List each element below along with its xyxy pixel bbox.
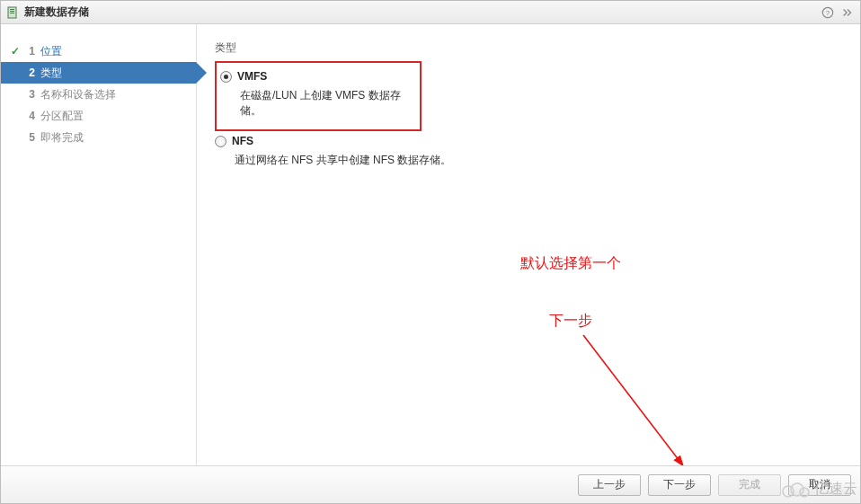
cancel-button[interactable]: 取消 <box>788 474 851 496</box>
svg-text:?: ? <box>826 8 830 16</box>
section-label: 类型 <box>215 40 842 56</box>
main-panel: 类型 VMFS 在磁盘/LUN 上创建 VMFS 数据存储。 NFS 通过网络在… <box>197 24 860 465</box>
annotation-default: 默认选择第一个 <box>520 254 621 273</box>
title-bar: 新建数据存储 ? <box>1 1 860 24</box>
step-location[interactable]: ✓ 1 位置 <box>1 40 196 62</box>
radio-vmfs-label: VMFS <box>237 70 267 83</box>
window-title: 新建数据存储 <box>24 4 89 20</box>
arrow-icon <box>574 330 700 465</box>
radio-icon <box>215 136 226 147</box>
step-sidebar: ✓ 1 位置 ✓ 2 类型 ✓ 3 名称和设备选择 ✓ 4 分区配置 ✓ 5 <box>1 24 197 465</box>
help-icon[interactable]: ? <box>821 5 835 20</box>
wizard-window: 新建数据存储 ? ✓ 1 位置 ✓ 2 类型 <box>0 0 861 504</box>
footer-bar: 上一步 下一步 完成 取消 <box>1 465 860 503</box>
next-button[interactable]: 下一步 <box>648 474 711 496</box>
back-button[interactable]: 上一步 <box>578 474 641 496</box>
radio-nfs[interactable]: NFS <box>215 135 842 147</box>
svg-rect-1 <box>10 9 14 10</box>
wizard-body: ✓ 1 位置 ✓ 2 类型 ✓ 3 名称和设备选择 ✓ 4 分区配置 ✓ 5 <box>1 24 860 465</box>
step-complete: ✓ 5 即将完成 <box>1 127 196 148</box>
document-icon <box>6 6 19 19</box>
step-name-device: ✓ 3 名称和设备选择 <box>1 84 196 105</box>
svg-rect-2 <box>10 11 14 12</box>
radio-nfs-desc: 通过网络在 NFS 共享中创建 NFS 数据存储。 <box>235 153 842 168</box>
radio-icon <box>220 71 232 83</box>
step-type[interactable]: ✓ 2 类型 <box>1 62 196 84</box>
step-partition: ✓ 4 分区配置 <box>1 105 196 127</box>
radio-nfs-label: NFS <box>232 135 253 147</box>
radio-vmfs-desc: 在磁盘/LUN 上创建 VMFS 数据存储。 <box>240 88 411 119</box>
radio-vmfs[interactable]: VMFS <box>220 70 411 83</box>
expand-icon[interactable] <box>840 5 855 20</box>
svg-line-6 <box>583 335 682 464</box>
check-icon: ✓ <box>8 45 22 57</box>
annotation-next: 下一步 <box>549 312 592 331</box>
finish-button: 完成 <box>718 474 781 496</box>
vmfs-highlight-box: VMFS 在磁盘/LUN 上创建 VMFS 数据存储。 <box>215 61 422 131</box>
svg-rect-3 <box>10 13 14 13</box>
